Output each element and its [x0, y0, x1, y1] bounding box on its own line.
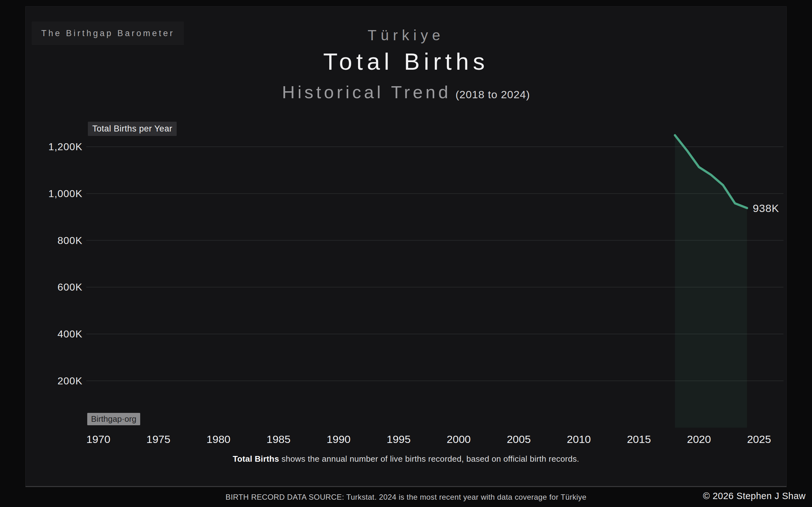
- x-axis-tick-label: 2000: [440, 433, 478, 446]
- y-axis-tick-label: 200K: [19, 374, 83, 388]
- x-axis-tick-label: 1995: [380, 433, 418, 446]
- births-line-chart: [0, 0, 812, 507]
- chart-subtitle: Historical Trend(2018 to 2024): [0, 82, 812, 102]
- births-area-fill: [675, 135, 747, 428]
- x-axis-tick-label: 1990: [319, 433, 357, 446]
- copyright-notice: © 2026 Stephen J Shaw: [703, 491, 806, 501]
- x-axis-tick-label: 1970: [79, 433, 117, 446]
- bottom-bar: BIRTH RECORD DATA SOURCE: Turkstat. 2024…: [0, 487, 812, 507]
- birthgap-barometer-page: The Birthgap Barometer Türkiye Total Bir…: [0, 0, 812, 507]
- x-axis-tick-label: 2015: [620, 433, 658, 446]
- x-axis-tick-label: 2025: [740, 433, 778, 446]
- axis-panel-label: Total Births per Year: [88, 122, 177, 136]
- x-axis-tick-label: 2010: [560, 433, 598, 446]
- y-axis-tick-label: 600K: [19, 280, 83, 294]
- line-end-value-label: 938K: [753, 202, 779, 215]
- page-title: Total Births: [0, 48, 812, 75]
- x-axis-tick-label: 2005: [500, 433, 538, 446]
- chart-description: Total Births shows the annual number of …: [0, 454, 812, 464]
- chart-description-term: Total Births: [233, 454, 279, 464]
- subtitle-year-range: (2018 to 2024): [455, 89, 530, 101]
- chart-description-text: shows the annual number of live births r…: [279, 454, 579, 464]
- y-axis-tick-label: 1,000K: [19, 187, 83, 200]
- x-axis-tick-label: 1975: [139, 433, 177, 446]
- country-title: Türkiye: [0, 26, 812, 44]
- x-axis-tick-label: 1985: [259, 433, 298, 446]
- y-axis-tick-label: 400K: [19, 327, 83, 341]
- data-source-note: BIRTH RECORD DATA SOURCE: Turkstat. 2024…: [0, 493, 812, 502]
- y-axis-tick-label: 1,200K: [19, 140, 83, 153]
- y-axis-tick-label: 800K: [19, 234, 83, 247]
- subtitle-text: Historical Trend: [282, 82, 451, 102]
- x-axis-tick-label: 1980: [200, 433, 238, 446]
- x-axis-tick-label: 2020: [680, 433, 718, 446]
- watermark-label: Birthgap·org: [87, 413, 140, 425]
